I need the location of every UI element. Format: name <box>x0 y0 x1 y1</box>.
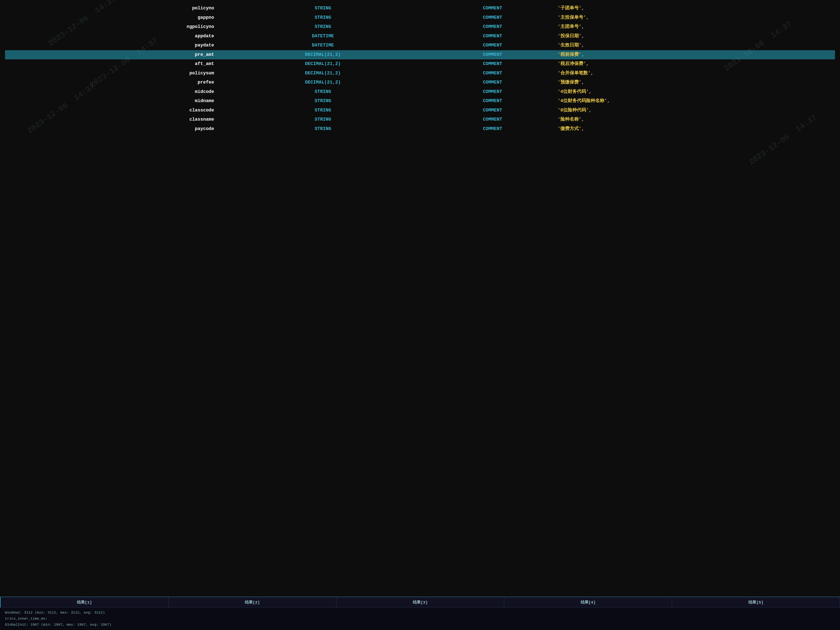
field-type: STRING <box>217 22 429 32</box>
field-type: DECIMAL(21,2) <box>217 69 429 78</box>
field-name: classname <box>5 115 217 125</box>
comment-value: '合并保单笔数', <box>556 69 835 78</box>
field-type: STRING <box>217 87 429 97</box>
comment-keyword: COMMENT <box>429 96 556 106</box>
schema-table: policyno STRING COMMENT '子团单号', gappno S… <box>5 4 835 134</box>
table-row: ngpolicyno STRING COMMENT '主团单号', <box>5 22 835 32</box>
field-type: STRING <box>217 4 429 13</box>
comment-value: '8位险种代码', <box>556 106 835 115</box>
comment-keyword: COMMENT <box>429 78 556 87</box>
comment-value: '生效日期', <box>556 41 835 50</box>
comment-keyword: COMMENT <box>429 32 556 41</box>
comment-keyword: COMMENT <box>429 50 556 60</box>
field-name: gappno <box>5 13 217 22</box>
comment-value: '主投保单号', <box>556 13 835 22</box>
comment-keyword: COMMENT <box>429 4 556 13</box>
comment-value: '税前保费', <box>556 50 835 60</box>
field-name: classcode <box>5 106 217 115</box>
comment-keyword: COMMENT <box>429 13 556 22</box>
table-row: midname STRING COMMENT '4位财务代码险种名称', <box>5 96 835 106</box>
comment-keyword: COMMENT <box>429 125 556 134</box>
comment-keyword: COMMENT <box>429 106 556 115</box>
tab-bar: 结果[1]结果[2]结果[3]结果[4]结果[5] <box>0 597 840 608</box>
field-name: midname <box>5 96 217 106</box>
field-type: DATETIME <box>217 32 429 41</box>
table-row: appdate DATETIME COMMENT '投保日期', <box>5 32 835 41</box>
comment-keyword: COMMENT <box>429 87 556 97</box>
comment-keyword: COMMENT <box>429 41 556 50</box>
table-row: policyno STRING COMMENT '子团单号', <box>5 4 835 13</box>
field-name: midcode <box>5 87 217 97</box>
comment-value: '险种名称', <box>556 115 835 125</box>
field-type: STRING <box>217 13 429 22</box>
field-name: paydate <box>5 41 217 50</box>
status-line-1: Window1: 3112 (min: 3112, max: 3112, avg… <box>5 610 835 616</box>
tab-4[interactable]: 结果[4] <box>504 597 672 608</box>
comment-value: '税后净保费', <box>556 59 835 69</box>
comment-value: '预缴保费', <box>556 78 835 87</box>
field-name: aft_amt <box>5 59 217 69</box>
status-line-2: trics_inner_time_ms: <box>5 616 835 622</box>
status-bar: Window1: 3112 (min: 3112, max: 3112, avg… <box>0 608 840 630</box>
comment-value: '缴费方式', <box>556 125 835 134</box>
field-name: paycode <box>5 125 217 134</box>
field-name: appdate <box>5 32 217 41</box>
table-row: gappno STRING COMMENT '主投保单号', <box>5 13 835 22</box>
tab-3[interactable]: 结果[3] <box>336 597 504 608</box>
comment-keyword: COMMENT <box>429 22 556 32</box>
status-line-3: GlobalInit: 1967 (min: 1967, max: 1967, … <box>5 622 835 628</box>
table-row: policysum DECIMAL(21,2) COMMENT '合并保单笔数'… <box>5 69 835 78</box>
comment-keyword: COMMENT <box>429 115 556 125</box>
field-type: STRING <box>217 125 429 134</box>
code-area: 2023-12-06 14:37 2023-12-06 14:37 2023-1… <box>0 0 840 597</box>
field-name: pre_amt <box>5 50 217 60</box>
field-name: prefee <box>5 78 217 87</box>
comment-value: '子团单号', <box>556 4 835 13</box>
table-row: prefee DECIMAL(21,2) COMMENT '预缴保费', <box>5 78 835 87</box>
tab-1[interactable]: 结果[1] <box>0 597 169 608</box>
table-row: paydate DATETIME COMMENT '生效日期', <box>5 41 835 50</box>
comment-value: '4位财务代码', <box>556 87 835 97</box>
table-row: paycode STRING COMMENT '缴费方式', <box>5 125 835 134</box>
comment-keyword: COMMENT <box>429 69 556 78</box>
table-row: pre_amt DECIMAL(21,2) COMMENT '税前保费', <box>5 50 835 60</box>
comment-value: '主团单号', <box>556 22 835 32</box>
field-type: STRING <box>217 106 429 115</box>
table-row: classname STRING COMMENT '险种名称', <box>5 115 835 125</box>
field-name: policysum <box>5 69 217 78</box>
comment-value: '4位财务代码险种名称', <box>556 96 835 106</box>
field-type: DATETIME <box>217 41 429 50</box>
comment-keyword: COMMENT <box>429 59 556 69</box>
field-type: DECIMAL(21,2) <box>217 78 429 87</box>
field-type: STRING <box>217 115 429 125</box>
tab-5[interactable]: 结果[5] <box>672 597 840 608</box>
field-name: ngpolicyno <box>5 22 217 32</box>
table-row: aft_amt DECIMAL(21,2) COMMENT '税后净保费', <box>5 59 835 69</box>
field-type: STRING <box>217 96 429 106</box>
field-type: DECIMAL(21,2) <box>217 59 429 69</box>
field-type: DECIMAL(21,2) <box>217 50 429 60</box>
table-row: midcode STRING COMMENT '4位财务代码', <box>5 87 835 97</box>
tab-2[interactable]: 结果[2] <box>169 597 336 608</box>
comment-value: '投保日期', <box>556 32 835 41</box>
field-name: policyno <box>5 4 217 13</box>
table-row: classcode STRING COMMENT '8位险种代码', <box>5 106 835 115</box>
